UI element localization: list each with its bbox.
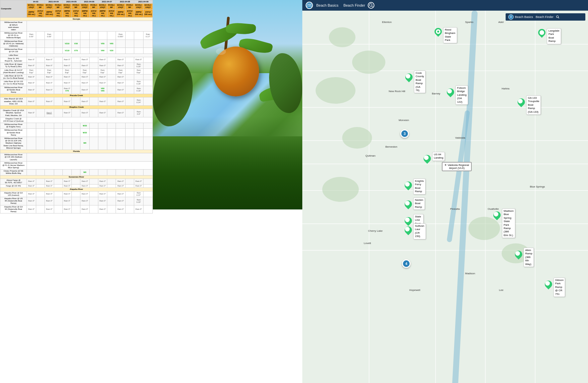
date-header-4: 2021-04-06	[80, 0, 98, 4]
table-row: Withlacoochee River@ WALSweek releasesst…	[0, 21, 153, 32]
cell-value: Rain 0.18"	[134, 86, 144, 94]
mini-search-icon[interactable]	[556, 15, 559, 19]
site-name: Withlacoochee River@ Nankin BoatRamp	[0, 86, 27, 94]
mini-beach-finder[interactable]: Beach Finder	[536, 15, 554, 19]
cell-value: Rain 0"	[45, 197, 54, 205]
marker-nankin[interactable]: Nankin Boat Ramp	[405, 199, 412, 208]
road	[302, 250, 588, 251]
cell-value: Rain 0"	[27, 63, 36, 68]
cell-value: V60V65	[98, 86, 107, 94]
beach-basics-link[interactable]: Beach Basics	[316, 3, 339, 7]
mini-beach-basics[interactable]: Beach Basics	[515, 15, 533, 19]
cell-value: Rain 0"	[116, 197, 126, 205]
ecoli-col-10: FCOLI-MF	[107, 4, 116, 9]
cell-value: Rain 0"	[27, 191, 36, 197]
cell-value: W0	[80, 170, 90, 175]
table-row: Withlacoochee River@ CR 150 (SullivanLau…	[0, 153, 153, 162]
mini-logo: SWGD	[508, 14, 514, 20]
road	[535, 11, 536, 383]
cell-value: V60	[98, 48, 107, 54]
city-label: Lee	[499, 289, 503, 292]
cell-value: Rain 0"	[45, 179, 54, 184]
cell-value: Rain 0"	[80, 74, 90, 80]
marker-cook-county[interactable]: Cook County BoatRamp (GA 76)	[405, 72, 413, 81]
cell-value: Rain 0"	[98, 97, 107, 106]
date-header-2: 2021-04-04	[45, 0, 62, 4]
marker-label: Knights FerryBoat Ramp	[413, 179, 426, 194]
sub-header-8: [CFU/100 mL]	[89, 9, 98, 18]
site-name: Alapaha River @ GA125 (Instinct)	[0, 191, 27, 197]
cell-value: Rain 0"	[45, 191, 54, 197]
sub-header-10: [CFU/100 mL]	[107, 9, 116, 18]
cell-value: W0	[80, 137, 90, 150]
marker-number: 4	[405, 262, 407, 266]
marker-label: GA 133Troupville BoatRamp (GA 133)	[526, 95, 541, 115]
cell-value: Rain 0"	[116, 63, 126, 68]
georgia-header: Georgia	[0, 18, 153, 21]
map-container[interactable]: Reed BinghamState Park Langdale ParkBoat…	[302, 11, 588, 383]
cell-value: Rain 0"	[116, 57, 126, 63]
cell-value: V65	[107, 40, 116, 48]
marker-label: US 84 Landing	[432, 152, 445, 161]
search-button[interactable]	[368, 2, 374, 9]
ecoli-col-4: FCOLI-MF	[54, 4, 62, 9]
cell-value: Rain Eqp"	[45, 68, 54, 74]
site-name: Okapilco Creek @US 84 East of Quitman	[0, 117, 27, 123]
marker-state-line[interactable]: State Line BoatRamp (GA 31)	[405, 216, 412, 224]
marker-reed-bingham[interactable]: Reed BinghamState Park	[435, 28, 442, 35]
sub-header-11: [MPN/100 mL]	[116, 9, 126, 18]
site-name: Withlacoochee River@ Knights Ferry	[0, 123, 27, 129]
cell-value: Rain 0"	[62, 185, 72, 188]
cell-value: Rain 0"	[80, 179, 90, 184]
marker-sullivan[interactable]: Sullivan Laur(CR 150)	[405, 225, 412, 234]
search-icon	[369, 3, 373, 7]
cell-value: Rain 0"	[62, 179, 72, 184]
marker-us84[interactable]: US 84 Landing	[424, 154, 431, 162]
site-name: Allen Branch @ UGAweather, 4281 US Bl,Di…	[0, 97, 27, 106]
site-name: Fargo @ US 441	[0, 185, 27, 188]
cell-value: Rain 0"	[116, 97, 126, 106]
marker-knights-ferry[interactable]: Knights FerryBoat Ramp	[405, 180, 412, 189]
marker-folsom[interactable]: Folsom BridgeLanding (GA 122)	[447, 87, 454, 96]
cell-value: Rain 0"	[98, 57, 107, 63]
suwannee-header: Suwannee River	[0, 175, 153, 179]
marker-gibson[interactable]: Gibson Park Ramp@ CR 751	[545, 279, 552, 288]
marker-langdale[interactable]: Langdale ParkBoat Ramp	[538, 29, 545, 36]
cell-value: Rain 0"	[62, 197, 72, 205]
cell-value: Rain 0"	[27, 179, 36, 184]
date-header-1: 04-03	[27, 0, 45, 4]
cell-value: Rain 0.17"	[144, 32, 153, 40]
ecoli-col-12: FCOLI-MF	[126, 4, 134, 9]
date-header-5: 2021-04-07	[98, 0, 116, 4]
table-row: Withlacoochee River@ Knights Ferry W33	[0, 123, 153, 129]
cell-value: Rain 0"	[27, 97, 36, 106]
road	[485, 11, 486, 383]
cell-value: Rain 0"V70	[62, 86, 72, 94]
sub-header-7: [MPN/100 mL]	[80, 9, 90, 18]
cell-value: Rain 0"	[98, 179, 107, 184]
ecoli-col-1: ECOLI-1/5QT	[27, 4, 36, 9]
ecoli-col-8: FCOLI-MF	[89, 4, 98, 9]
svg-line-1	[372, 6, 373, 7]
site-name: Little River @ GA 37(Adel-Moultrie Landi…	[0, 68, 27, 74]
marker-ga133[interactable]: GA 133Troupville BoatRamp (GA 133)	[518, 97, 525, 106]
svg-point-2	[437, 31, 439, 33]
cell-value: Rain 0"	[80, 57, 90, 63]
marker-label: Cook County BoatRamp (GA 76)	[414, 70, 426, 93]
city-label: Ouattville	[488, 207, 499, 210]
marker-4[interactable]: 4	[402, 259, 411, 268]
city-label: Quitman	[365, 154, 375, 157]
cell-value: Rain 0.20"	[134, 197, 144, 205]
nav-links[interactable]: Beach Basics Beach Finder	[316, 3, 365, 7]
ecoli-col-11: ECOLI-1/5QT	[116, 4, 126, 9]
marker-allen[interactable]: Allen Ramp (3866th Way)	[515, 249, 522, 258]
cell-value: Rain 0"	[27, 197, 36, 205]
cell-value: Rain 0"	[116, 185, 126, 188]
cell-value: Rain 0"	[27, 74, 36, 80]
ecoli-col-2: FCOLI-MF	[36, 4, 45, 9]
table-row: Withlacoochee River@ US 41 (n.Valdosta B…	[0, 32, 153, 40]
marker-3[interactable]: 3	[400, 129, 409, 138]
cell-value: Rain 0"	[98, 63, 107, 68]
beach-finder-link[interactable]: Beach Finder	[343, 3, 365, 7]
marker-madison-blue[interactable]: Madison BlueSpring StatePark Ramp(386 El…	[493, 210, 501, 219]
